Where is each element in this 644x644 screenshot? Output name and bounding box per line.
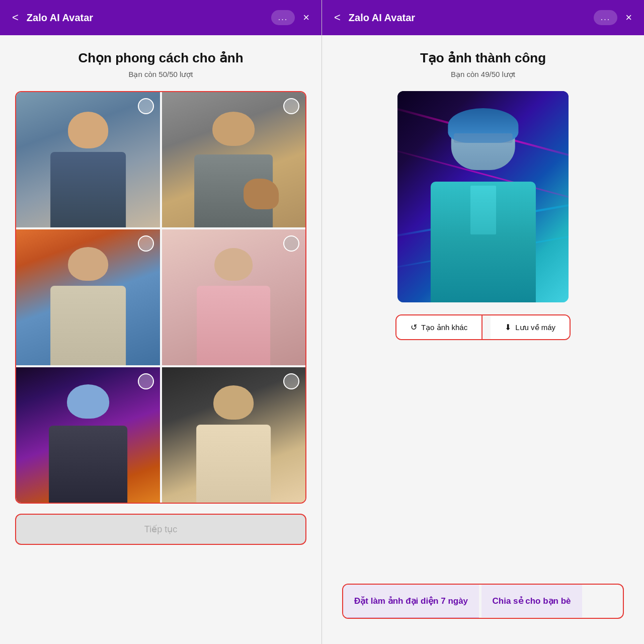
right-title: Tạo ảnh thành công xyxy=(420,50,546,66)
right-more-button[interactable]: ... xyxy=(594,10,617,25)
left-header: < Zalo AI Avatar ... × xyxy=(0,0,321,35)
style-cell-5[interactable] xyxy=(16,367,160,503)
style-cell-4[interactable] xyxy=(162,229,306,365)
right-back-button[interactable]: < xyxy=(332,9,343,26)
select-circle-1 xyxy=(138,98,154,114)
set-avatar-button[interactable]: Đặt làm ảnh đại diện 7 ngày xyxy=(343,585,479,618)
left-content: Chọn phong cách cho ảnh Bạn còn 50/50 lư… xyxy=(0,35,321,644)
style-cell-3[interactable] xyxy=(16,229,160,365)
result-image xyxy=(397,91,569,302)
regenerate-button[interactable]: ↺ Tạo ảnh khác xyxy=(396,315,482,339)
right-content: Tạo ảnh thành công Bạn còn 49/50 lượt xyxy=(322,35,644,584)
style-cell-1[interactable] xyxy=(16,92,160,227)
action-buttons-group: ↺ Tạo ảnh khác ⬇ Lưu về máy xyxy=(395,314,571,340)
left-header-title: Zalo AI Avatar xyxy=(27,12,265,24)
left-back-button[interactable]: < xyxy=(10,9,21,26)
right-header-title: Zalo AI Avatar xyxy=(349,12,588,24)
style-grid xyxy=(15,91,306,504)
select-circle-5 xyxy=(138,373,154,389)
right-panel: < Zalo AI Avatar ... × Tạo ảnh thành côn… xyxy=(322,0,644,644)
bottom-actions: Đặt làm ảnh đại diện 7 ngày Chia sẻ cho … xyxy=(342,584,624,619)
save-icon: ⬇ xyxy=(505,323,511,332)
regenerate-label: Tạo ảnh khác xyxy=(421,323,467,332)
regenerate-icon: ↺ xyxy=(411,323,417,332)
select-circle-6 xyxy=(283,373,299,389)
left-title: Chọn phong cách cho ảnh xyxy=(78,50,243,66)
save-button[interactable]: ⬇ Lưu về máy xyxy=(491,315,570,339)
save-label: Lưu về máy xyxy=(515,323,555,332)
right-close-button[interactable]: × xyxy=(623,9,634,26)
left-more-button[interactable]: ... xyxy=(271,10,295,25)
select-circle-3 xyxy=(138,235,154,252)
right-subtitle: Bạn còn 49/50 lượt xyxy=(451,70,515,79)
select-circle-2 xyxy=(283,98,299,114)
left-close-button[interactable]: × xyxy=(301,9,311,26)
result-image-container xyxy=(397,91,569,302)
style-cell-2[interactable] xyxy=(162,92,306,227)
left-subtitle: Bạn còn 50/50 lượt xyxy=(128,70,193,79)
style-cell-6[interactable] xyxy=(162,367,306,503)
continue-button[interactable]: Tiếp tục xyxy=(15,514,306,545)
right-header: < Zalo AI Avatar ... × xyxy=(322,0,644,35)
share-button[interactable]: Chia sẻ cho bạn bè xyxy=(481,585,582,617)
left-panel: < Zalo AI Avatar ... × Chọn phong cách c… xyxy=(0,0,322,644)
